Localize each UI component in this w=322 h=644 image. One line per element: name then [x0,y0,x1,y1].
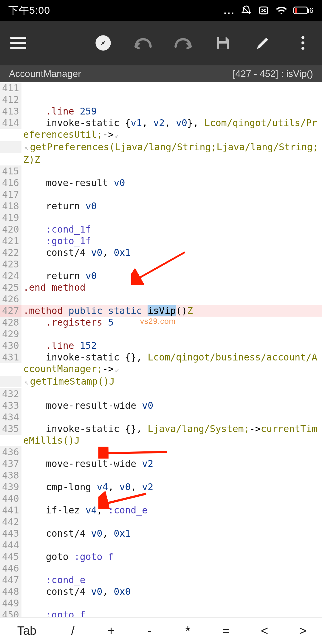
code-line[interactable]: move-result v0 [21,177,322,189]
code-line[interactable]: goto :goto_f [21,551,322,563]
code-line[interactable]: ↖getPreferences(Ljava/lang/String;Ljava/… [21,141,322,165]
code-line[interactable]: :goto_f [21,609,322,617]
line-number: 425 [0,282,21,293]
code-line[interactable]: invoke-static {}, Ljava/lang/System;->cu… [21,423,322,446]
code-line[interactable]: .line 152 [21,340,322,352]
line-number: 433 [0,400,21,411]
sub-bar: AccountManager [427 - 452] : isVip() [0,65,322,82]
line-number: 437 [0,458,21,470]
line-number: 446 [0,563,21,574]
battery-level: 6 [309,6,314,15]
code-line[interactable]: .method public static isVip()Z [21,305,322,317]
line-number: 416 [0,177,21,189]
code-line[interactable] [21,258,322,270]
code-line[interactable]: cmp-long v4, v0, v2 [21,481,322,493]
line-number: 431 [0,352,21,363]
code-line[interactable]: ↖getTimeStamp()J [21,376,322,388]
redo-icon[interactable] [174,34,192,52]
key-slash[interactable]: / [54,624,92,638]
line-number: 443 [0,528,21,539]
overflow-icon[interactable] [294,34,312,52]
code-line[interactable]: const/4 v0, 0x1 [21,247,322,258]
code-line[interactable] [21,94,322,106]
code-line[interactable] [21,189,322,200]
wifi-icon [275,6,287,15]
code-line[interactable]: const/4 v0, 0x0 [21,586,322,597]
save-icon[interactable] [214,34,232,52]
code-line[interactable] [21,388,322,400]
line-number: 414 [0,117,21,129]
menu-button[interactable] [10,37,26,49]
code-line[interactable] [21,516,322,528]
code-line[interactable] [21,470,322,481]
line-number: 423 [0,258,21,270]
line-number: 430 [0,340,21,352]
code-line[interactable] [21,539,322,551]
code-line[interactable]: return v0 [21,200,322,212]
code-line[interactable]: invoke-static {v1, v2, v0}, Lcom/qingot/… [21,117,322,141]
line-number: 438 [0,470,21,481]
key-minus[interactable]: - [130,624,169,638]
edit-icon[interactable] [254,34,272,52]
line-number: 412 [0,94,21,106]
code-line[interactable]: invoke-static {}, Lcom/qingot/business/a… [21,352,322,376]
svg-rect-3 [219,37,226,41]
code-editor[interactable]: 411 412 413 .line 259 414 invoke-static … [0,82,322,617]
line-number: 448 [0,586,21,597]
code-line[interactable]: if-lez v4, :cond_e [21,504,322,516]
mute-icon [241,5,252,16]
code-line[interactable] [21,293,322,305]
line-number [0,376,21,387]
navigate-icon[interactable] [94,34,112,52]
line-number: 441 [0,504,21,516]
key-row: Tab / + - * = < > [0,617,322,644]
battery-icon: 6 [293,6,314,15]
undo-icon[interactable] [134,34,152,52]
line-number: 435 [0,423,21,435]
code-line[interactable] [21,597,322,609]
key-star[interactable]: * [169,624,207,638]
code-line[interactable]: move-result-wide v0 [21,400,322,411]
line-number: 415 [0,165,21,177]
code-line[interactable]: .end method [21,282,322,293]
code-line[interactable]: :cond_1f [21,224,322,235]
line-number: 413 [0,106,21,117]
line-number: 422 [0,247,21,258]
code-line[interactable] [21,563,322,574]
line-number: 439 [0,481,21,493]
line-number: 417 [0,189,21,200]
key-eq[interactable]: = [207,624,245,638]
clock: 下午5:00 [8,4,50,17]
code-line[interactable] [21,493,322,504]
code-line[interactable] [21,328,322,340]
vibrate-icon [258,6,270,15]
line-number: 411 [0,82,21,94]
code-line[interactable] [21,212,322,224]
line-number: 447 [0,574,21,586]
key-plus[interactable]: + [92,624,131,638]
line-number [0,141,21,153]
code-line[interactable]: :goto_1f [21,235,322,247]
code-line[interactable]: const/4 v0, 0x1 [21,528,322,539]
code-line[interactable] [21,82,322,85]
code-line[interactable] [21,446,322,458]
code-line[interactable] [21,165,322,177]
code-line[interactable]: .line 259 [21,106,322,117]
key-gt[interactable]: > [284,624,322,638]
code-line[interactable]: :cond_e [21,574,322,586]
code-line[interactable]: move-result-wide v2 [21,458,322,470]
code-line[interactable] [21,411,322,423]
key-tab[interactable]: Tab [0,624,54,637]
watermark: vs29.com [140,317,176,326]
more-dots-icon: ... [224,5,235,16]
line-number: 420 [0,224,21,235]
status-bar: 下午5:00 ... 6 [0,0,322,21]
code-line[interactable]: return v0 [21,270,322,282]
line-number: 421 [0,235,21,247]
line-number: 428 [0,317,21,328]
key-lt[interactable]: < [245,624,284,638]
line-number: 419 [0,212,21,224]
line-number: 449 [0,597,21,609]
line-number: 418 [0,200,21,212]
line-number: 427 [0,305,21,317]
